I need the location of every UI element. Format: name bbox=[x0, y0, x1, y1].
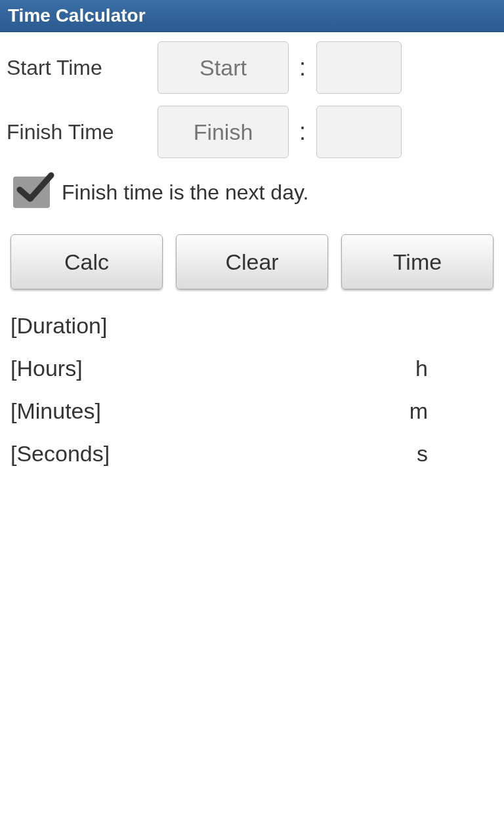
finish-minute-input[interactable] bbox=[316, 106, 402, 158]
title-bar: Time Calculator bbox=[0, 0, 504, 32]
minutes-label: [Minutes] bbox=[10, 398, 101, 424]
minutes-unit: m bbox=[410, 398, 494, 424]
next-day-checkbox[interactable] bbox=[13, 177, 50, 208]
calc-button[interactable]: Calc bbox=[10, 234, 163, 289]
seconds-label: [Seconds] bbox=[10, 441, 110, 467]
next-day-row: Finish time is the next day. bbox=[7, 170, 497, 211]
seconds-unit: s bbox=[417, 441, 494, 467]
button-row: Calc Clear Time bbox=[7, 234, 497, 289]
app-title: Time Calculator bbox=[8, 5, 146, 26]
check-icon bbox=[16, 169, 55, 208]
main-content: Start Time : Finish Time : Finish time i… bbox=[0, 32, 504, 840]
minutes-row: [Minutes] m bbox=[10, 398, 494, 424]
clear-button[interactable]: Clear bbox=[176, 234, 328, 289]
results-section: [Duration] [Hours] h [Minutes] m [Second… bbox=[7, 289, 497, 467]
colon-separator: : bbox=[299, 54, 306, 81]
start-minute-input[interactable] bbox=[316, 41, 402, 94]
next-day-label: Finish time is the next day. bbox=[62, 180, 308, 205]
finish-time-row: Finish Time : bbox=[7, 106, 497, 158]
start-time-row: Start Time : bbox=[7, 41, 497, 94]
hours-unit: h bbox=[415, 356, 494, 381]
start-hour-input[interactable] bbox=[158, 41, 289, 94]
time-button[interactable]: Time bbox=[341, 234, 494, 289]
start-time-label: Start Time bbox=[7, 56, 158, 80]
hours-row: [Hours] h bbox=[10, 356, 494, 381]
duration-label: [Duration] bbox=[10, 313, 107, 339]
seconds-row: [Seconds] s bbox=[10, 441, 494, 467]
hours-label: [Hours] bbox=[10, 356, 83, 381]
duration-row: [Duration] bbox=[10, 313, 494, 339]
finish-hour-input[interactable] bbox=[158, 106, 289, 158]
colon-separator: : bbox=[299, 118, 306, 146]
finish-time-label: Finish Time bbox=[7, 120, 158, 144]
